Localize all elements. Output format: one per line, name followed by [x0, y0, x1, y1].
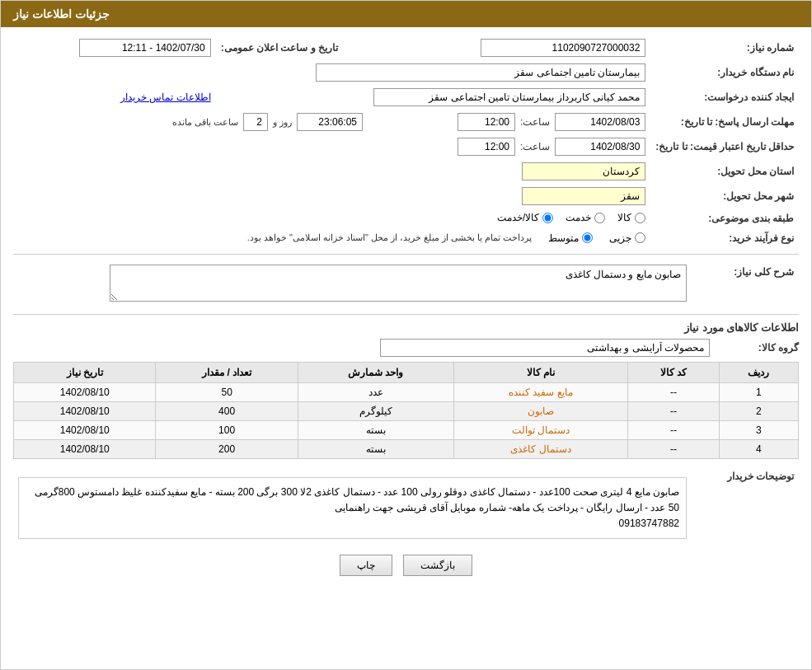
price-time-input[interactable]: [458, 138, 515, 156]
response-date-input[interactable]: [555, 113, 645, 131]
cell-date: 1402/08/10: [14, 420, 156, 439]
cell-unit: بسته: [298, 439, 453, 458]
divider-2: [13, 314, 799, 315]
cell-name[interactable]: صابون: [453, 401, 628, 420]
description-label: شرح کلی نیاز:: [692, 261, 799, 307]
table-row: 2 -- صابون کیلوگرم 400 1402/08/10: [14, 401, 799, 420]
col-row-header: ردیف: [719, 362, 798, 382]
cell-name[interactable]: دستمال کاغذی: [453, 439, 628, 458]
process-medium-option[interactable]: متوسط: [548, 232, 593, 244]
buyer-phone: 09183747882: [619, 516, 679, 532]
need-number-input[interactable]: [481, 39, 645, 57]
cell-row: 1: [719, 382, 798, 401]
process-type-label: نوع فرآیند خرید:: [650, 229, 799, 247]
buyer-notes-label: توضیحات خریدار: [692, 467, 799, 543]
col-qty-header: تعداد / مقدار: [156, 362, 298, 382]
category-goods-label: کالا: [617, 212, 631, 223]
response-time-label: ساعت:: [520, 116, 550, 128]
price-date-input[interactable]: [555, 138, 645, 156]
process-partial-option[interactable]: جزیی: [609, 232, 645, 244]
category-service-label: خدمت: [566, 212, 591, 223]
announce-label: تاریخ و ساعت اعلان عمومی:: [216, 35, 343, 60]
cell-name[interactable]: مایع سفید کننده: [453, 382, 628, 401]
cell-unit: بسته: [298, 420, 453, 439]
province-label: استان محل تحویل:: [650, 159, 799, 184]
remaining-suffix-label: ساعت باقی مانده: [172, 117, 238, 128]
table-row: 1 -- مایع سفید کننده عدد 50 1402/08/10: [14, 382, 799, 401]
cell-unit: کیلوگرم: [298, 401, 453, 420]
cell-qty: 400: [156, 401, 298, 420]
table-row: 3 -- دستمال توالت بسته 100 1402/08/10: [14, 420, 799, 439]
price-time-label: ساعت:: [520, 141, 550, 152]
col-unit-header: واحد شمارش: [298, 362, 453, 382]
cell-unit: عدد: [298, 382, 453, 401]
category-goods-radio[interactable]: [635, 213, 645, 223]
goods-group-input[interactable]: [380, 339, 710, 357]
city-input[interactable]: [522, 187, 645, 205]
goods-table: ردیف کد کالا نام کالا واحد شمارش تعداد /…: [13, 362, 799, 459]
goods-group-label: گروه کالا:: [716, 342, 799, 354]
description-textarea[interactable]: [110, 265, 687, 302]
creator-label: ایجاد کننده درخواست:: [650, 85, 799, 110]
category-label: طبقه بندی موضوعی:: [650, 208, 799, 229]
description-grid: شرح کلی نیاز:: [13, 261, 799, 307]
back-button[interactable]: بازگشت: [403, 555, 472, 576]
creator-input[interactable]: [373, 88, 645, 106]
cell-qty: 200: [156, 439, 298, 458]
category-service-radio[interactable]: [594, 213, 605, 223]
category-both-label: کالا/خدمت: [497, 212, 539, 223]
cell-qty: 50: [156, 382, 298, 401]
province-input[interactable]: [522, 162, 645, 180]
main-content: شماره نیاز: تاریخ و ساعت اعلان عمومی: نا…: [1, 27, 811, 597]
info-grid: شماره نیاز: تاریخ و ساعت اعلان عمومی: نا…: [13, 35, 799, 247]
remaining-time-input[interactable]: [297, 113, 363, 131]
buyer-org-label: نام دستگاه خریدار:: [650, 60, 799, 85]
process-type-row: جزیی متوسط پرداخت تمام یا بخشی از مبلغ خ…: [18, 232, 645, 244]
response-time-input[interactable]: [458, 113, 515, 131]
cell-date: 1402/08/10: [14, 439, 156, 458]
category-both-option[interactable]: کالا/خدمت: [497, 212, 553, 223]
announce-datetime-input[interactable]: [79, 39, 211, 57]
cell-row: 4: [719, 439, 798, 458]
price-deadline-label: حداقل تاریخ اعتبار قیمت: تا تاریخ:: [650, 134, 799, 159]
process-partial-label: جزیی: [609, 232, 631, 244]
buyer-notes-text: صابون مایع 4 لیتری صحت 100عدد - دستمال ک…: [35, 486, 679, 513]
table-row: 4 -- دستمال کاغذی بسته 200 1402/08/10: [14, 439, 799, 458]
notes-section: صابون مایع 4 لیتری صحت 100عدد - دستمال ک…: [18, 477, 687, 540]
process-medium-label: متوسط: [548, 232, 579, 244]
cell-row: 3: [719, 420, 798, 439]
goods-info-title: اطلاعات کالاهای مورد نیاز: [13, 321, 799, 334]
cell-code: --: [628, 420, 719, 439]
category-goods-option[interactable]: کالا: [617, 212, 645, 223]
process-medium-radio[interactable]: [582, 232, 593, 243]
page-title: جزئیات اطلاعات نیاز: [13, 7, 110, 21]
category-radio-group: کالا خدمت کالا/خدمت: [497, 212, 645, 223]
divider-1: [13, 254, 799, 255]
print-button[interactable]: چاپ: [340, 555, 392, 576]
contact-link[interactable]: اطلاعات تماس خریدار: [120, 91, 211, 103]
response-deadline-label: مهلت ارسال پاسخ: تا تاریخ:: [650, 110, 799, 134]
category-service-option[interactable]: خدمت: [566, 212, 605, 223]
page-wrapper: جزئیات اطلاعات نیاز شماره نیاز: تاریخ و …: [0, 0, 812, 670]
need-number-label: شماره نیاز:: [650, 35, 799, 60]
cell-date: 1402/08/10: [14, 401, 156, 420]
cell-code: --: [628, 401, 719, 420]
process-partial-radio[interactable]: [635, 232, 645, 243]
col-code-header: کد کالا: [628, 362, 719, 382]
process-note: پرداخت تمام یا بخشی از مبلغ خرید، از محل…: [247, 232, 533, 243]
cell-name[interactable]: دستمال توالت: [453, 420, 628, 439]
notes-grid: توضیحات خریدار صابون مایع 4 لیتری صحت 10…: [13, 467, 799, 543]
remaining-days-input[interactable]: [243, 113, 268, 131]
col-date-header: تاریخ نیاز: [14, 362, 156, 382]
cell-row: 2: [719, 401, 798, 420]
city-label: شهر محل تحویل:: [650, 184, 799, 208]
category-both-radio[interactable]: [542, 213, 553, 223]
cell-date: 1402/08/10: [14, 382, 156, 401]
cell-qty: 100: [156, 420, 298, 439]
cell-code: --: [628, 382, 719, 401]
buttons-row: بازگشت چاپ: [13, 555, 799, 576]
buyer-org-input[interactable]: [316, 63, 645, 82]
remaining-day-label: روز و: [273, 117, 292, 128]
cell-code: --: [628, 439, 719, 458]
page-header: جزئیات اطلاعات نیاز: [1, 1, 811, 27]
